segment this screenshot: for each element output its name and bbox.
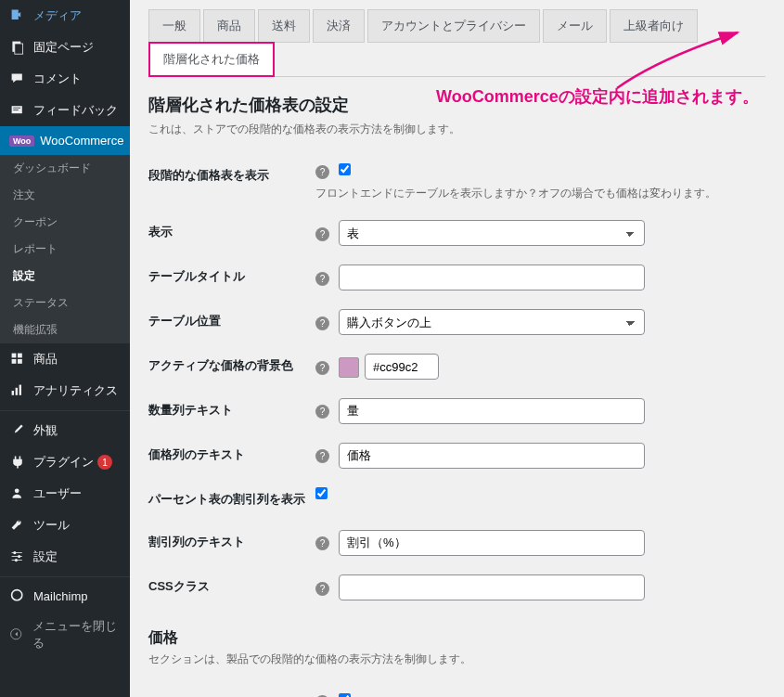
help-icon[interactable]: ?: [315, 272, 329, 286]
tab-account-privacy[interactable]: アカウントとプライバシー: [367, 9, 540, 43]
sidebar-sub-coupon[interactable]: クーポン: [0, 209, 130, 236]
help-icon[interactable]: ?: [315, 361, 329, 375]
mailchimp-icon: [9, 588, 26, 603]
sidebar-sub-extensions[interactable]: 機能拡張: [0, 316, 130, 343]
products-icon: [9, 352, 26, 367]
table-position-select[interactable]: 購入ボタンの上: [339, 309, 645, 335]
plug-icon: [9, 455, 26, 470]
svg-point-13: [15, 488, 19, 493]
sidebar-item-label: ユーザー: [33, 485, 82, 502]
price-section-title: 価格: [148, 628, 765, 648]
show-percent-checkbox[interactable]: [315, 487, 328, 499]
field-label-table-pos: テーブル位置: [148, 300, 315, 344]
active-bg-input[interactable]: [365, 354, 439, 380]
settings-tabs: 一般 商品 送料 決済 アカウントとプライバシー メール 上級者向け 階層化され…: [148, 9, 765, 77]
tab-advanced[interactable]: 上級者向け: [610, 9, 698, 43]
svg-rect-5: [13, 110, 19, 110]
field-label-show-percent: パーセント表の割引列を表示: [148, 478, 315, 521]
tab-tiered-pricing[interactable]: 階層化された価格: [148, 42, 275, 77]
sidebar-item-label: フィードバック: [33, 102, 118, 119]
tab-general[interactable]: 一般: [148, 9, 200, 43]
svg-rect-11: [16, 388, 18, 395]
feedback-icon: [9, 103, 26, 118]
color-swatch[interactable]: [339, 357, 359, 378]
sidebar-item-label: コメント: [33, 71, 82, 87]
price-section-desc: セクションは、製品での段階的な価格の表示方法を制御します。: [148, 652, 765, 667]
help-icon[interactable]: ?: [315, 582, 329, 596]
catalog-checkbox[interactable]: [339, 693, 351, 697]
sidebar-item-feedback[interactable]: フィードバック: [0, 95, 130, 126]
sidebar-sub-orders[interactable]: 注文: [0, 182, 130, 209]
price-text-input[interactable]: [339, 443, 645, 469]
sidebar-item-label: メディア: [33, 7, 82, 24]
field-label-show-table: 段階的な価格表を表示: [148, 154, 315, 211]
sidebar-item-mailchimp[interactable]: Mailchimp: [0, 581, 130, 611]
help-icon[interactable]: ?: [315, 449, 329, 463]
woo-icon: Woo: [9, 136, 34, 147]
sidebar-item-label: アナリティクス: [33, 382, 118, 399]
svg-rect-7: [18, 354, 22, 358]
sidebar-item-label: 商品: [33, 351, 58, 368]
sidebar-sub-settings[interactable]: 設定: [0, 263, 130, 290]
page-desc: これは、ストアでの段階的な価格表の表示方法を制御します。: [148, 122, 765, 137]
tab-payment[interactable]: 決済: [313, 9, 365, 43]
sidebar-item-woocommerce[interactable]: WooWooCommerce: [0, 126, 130, 155]
svg-point-19: [15, 559, 18, 561]
tab-products[interactable]: 商品: [203, 9, 255, 43]
svg-rect-1: [15, 44, 23, 54]
help-icon[interactable]: ?: [315, 227, 329, 241]
svg-rect-3: [12, 106, 22, 113]
svg-point-20: [12, 590, 22, 600]
admin-sidebar: メディア 固定ページ コメント フィードバック WooWooCommerce ダ…: [0, 0, 130, 697]
sidebar-item-analytics[interactable]: アナリティクス: [0, 375, 130, 407]
sidebar-item-collapse[interactable]: メニューを閉じる: [0, 611, 130, 659]
sliders-icon: [9, 549, 26, 564]
svg-rect-10: [12, 391, 14, 395]
svg-rect-4: [13, 108, 20, 109]
svg-rect-8: [12, 359, 17, 364]
show-table-desc: フロントエンドにテーブルを表示しますか？オフの場合でも価格は変わります。: [315, 185, 765, 201]
table-title-input[interactable]: [339, 265, 645, 290]
sidebar-item-tools[interactable]: ツール: [0, 510, 130, 541]
sidebar-item-pages[interactable]: 固定ページ: [0, 32, 130, 63]
field-label-table-title: テーブルタイトル: [148, 255, 315, 300]
user-icon: [9, 486, 26, 501]
sidebar-item-label: WooCommerce: [40, 134, 123, 148]
analytics-icon: [9, 383, 26, 398]
pages-icon: [9, 40, 26, 55]
tab-shipping[interactable]: 送料: [258, 9, 310, 43]
field-label-css-class: CSSクラス: [148, 565, 315, 610]
sidebar-item-users[interactable]: ユーザー: [0, 478, 130, 510]
sidebar-item-label: 外観: [33, 422, 58, 439]
collapse-icon: [9, 627, 25, 642]
sidebar-sub-report[interactable]: レポート: [0, 236, 130, 263]
css-class-input[interactable]: [339, 574, 645, 600]
help-icon[interactable]: ?: [315, 405, 329, 419]
sidebar-item-media[interactable]: メディア: [0, 0, 130, 32]
field-label-discount-text: 割引列のテキスト: [148, 521, 315, 565]
help-icon[interactable]: ?: [315, 316, 329, 330]
sidebar-item-label: 固定ページ: [33, 39, 94, 56]
sidebar-item-appearance[interactable]: 外観: [0, 415, 130, 446]
sidebar-item-plugins[interactable]: プラグイン1: [0, 446, 130, 478]
discount-text-input[interactable]: [339, 530, 645, 556]
field-label-active-bg: アクティブな価格の背景色: [148, 344, 315, 389]
media-icon: [9, 8, 26, 23]
sidebar-sub-dashboard[interactable]: ダッシュボード: [0, 155, 130, 182]
qty-text-input[interactable]: [339, 398, 645, 424]
field-label-display: 表示: [148, 211, 315, 255]
tab-mail[interactable]: メール: [543, 9, 607, 43]
display-select[interactable]: 表: [339, 220, 645, 246]
field-label-qty-text: 数量列テキスト: [148, 389, 315, 433]
sidebar-sub-status[interactable]: ステータス: [0, 290, 130, 316]
help-icon[interactable]: ?: [315, 536, 329, 550]
page-title: 階層化された価格表の設定: [148, 94, 765, 116]
sidebar-item-products[interactable]: 商品: [0, 343, 130, 375]
show-table-checkbox[interactable]: [339, 163, 351, 175]
sidebar-item-label: メニューを閉じる: [32, 618, 121, 652]
sidebar-item-comments[interactable]: コメント: [0, 63, 130, 95]
main-content: 一般 商品 送料 決済 アカウントとプライバシー メール 上級者向け 階層化され…: [130, 0, 784, 697]
help-icon[interactable]: ?: [315, 165, 329, 179]
sidebar-item-label: プラグイン: [33, 454, 94, 471]
sidebar-item-settings[interactable]: 設定: [0, 541, 130, 573]
